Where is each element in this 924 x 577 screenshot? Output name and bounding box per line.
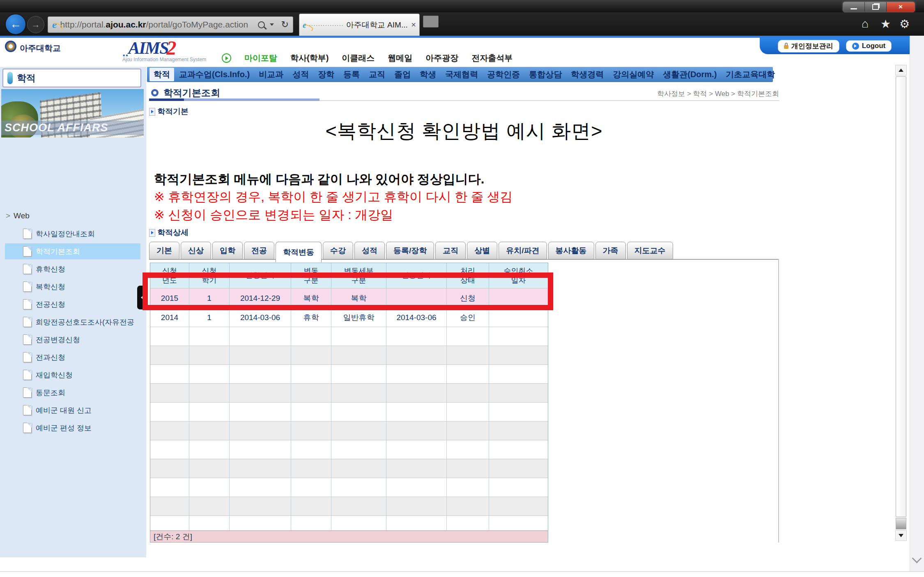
tab-dispatch[interactable]: 유치/파견: [499, 242, 547, 259]
search-icon[interactable]: [258, 21, 265, 28]
sidebar-item-return-application[interactable]: 복학신청: [0, 278, 146, 295]
window-bottom-edge: [0, 571, 924, 577]
privacy-settings-button[interactable]: 개인정보관리: [778, 40, 839, 53]
scrollbar-up-button[interactable]: [895, 65, 907, 76]
nav-item-myportal[interactable]: 마이포탈: [244, 53, 277, 64]
tab-family[interactable]: 가족: [595, 242, 626, 259]
instruction-note: 학적기본조회 메뉴에 다음과 같이 나와 있어야 정상입니다.: [154, 171, 484, 188]
nav-item-webmail[interactable]: 웹메일: [388, 53, 412, 64]
tab-major[interactable]: 전공: [244, 242, 274, 259]
favorites-star-icon[interactable]: ★: [880, 17, 891, 31]
back-button[interactable]: ←: [6, 14, 25, 34]
menu-international[interactable]: 국제협력: [441, 68, 482, 81]
chevron-down-icon[interactable]: [270, 23, 274, 26]
browser-tab[interactable]: e ··············· 아주대학교 AIM... ×: [299, 14, 420, 36]
table-row: [150, 516, 548, 531]
tab-record-change[interactable]: 학적변동: [276, 242, 322, 262]
nav-item-attendance[interactable]: 전자출석부: [471, 53, 513, 64]
document-icon: [23, 264, 32, 274]
sidebar-item-reserve-info[interactable]: 예비군 편성 정보: [0, 419, 146, 437]
menu-teaching[interactable]: 교직: [365, 68, 389, 81]
arrow-up-icon: [899, 69, 903, 72]
menu-counseling[interactable]: 통합상담: [525, 68, 566, 81]
menu-room-reservation[interactable]: 강의실예약: [609, 68, 658, 81]
minimize-button[interactable]: [843, 2, 865, 12]
sidebar-item-reserve-report[interactable]: 예비군 대원 신고: [0, 401, 146, 419]
table-row: [150, 365, 548, 384]
browser-window: × ← → e http://portal.ajou.ac.kr/portal/…: [0, 0, 924, 577]
sidebar-item-alumni[interactable]: 동문조회: [0, 384, 146, 401]
tab-teaching[interactable]: 교직: [435, 242, 466, 259]
sidebar-item-transfer[interactable]: 전과신청: [0, 348, 146, 366]
sidebar-group-web[interactable]: > Web: [6, 211, 30, 220]
tab-close-icon[interactable]: ×: [411, 20, 416, 30]
menu-dorm[interactable]: 생활관(Dorm.): [659, 68, 721, 81]
table-row: [150, 403, 548, 421]
table-row: [150, 421, 548, 440]
university-name: 아주대학교: [20, 43, 61, 54]
url-text[interactable]: http://portal.ajou.ac.kr/portal/goToMyPa…: [60, 20, 255, 30]
menu-engineering-cert[interactable]: 공학인증: [483, 68, 524, 81]
menu-career[interactable]: 학생경력: [567, 68, 608, 81]
home-icon[interactable]: ⌂: [862, 17, 869, 30]
menu-grades[interactable]: 성적: [288, 68, 313, 81]
new-tab-button[interactable]: [423, 16, 439, 27]
settings-gear-icon[interactable]: ⚙: [899, 17, 910, 31]
section-arrow-icon: [149, 108, 155, 116]
menu-registration[interactable]: 등록: [339, 68, 364, 81]
restore-icon: [872, 4, 879, 10]
capsule-icon: [7, 72, 13, 84]
sidebar-item-major-application[interactable]: 전공신청: [0, 295, 146, 313]
section-arrow-icon: [149, 229, 155, 237]
document-icon: [23, 423, 32, 433]
menu-graduation[interactable]: 졸업: [390, 68, 415, 81]
tab-volunteer[interactable]: 봉사활동: [548, 242, 594, 259]
restore-button[interactable]: [865, 2, 887, 12]
document-icon: [23, 387, 32, 398]
ajou-emblem-logo: [5, 41, 16, 52]
menu-basic-education[interactable]: 기초교육대학: [722, 68, 779, 81]
table-row-2014-leave[interactable]: 2014 1 2014-03-06 휴학 일반휴학 2014-03-06 승인: [150, 308, 548, 327]
menu-bigyogwa[interactable]: 비교과: [255, 68, 287, 81]
page-title: 학적기본조회: [163, 87, 220, 99]
address-bar[interactable]: e http://portal.ajou.ac.kr/portal/goToMy…: [48, 16, 293, 33]
sidebar-item-major-preference[interactable]: 희망전공선호도조사(자유전공: [0, 313, 146, 331]
tab-basic[interactable]: 기본: [149, 242, 179, 259]
logout-icon: [852, 43, 859, 50]
tab-grades[interactable]: 성적: [354, 242, 385, 259]
example-screen-heading: <복학신청 확인방법 예시 화면>: [149, 118, 779, 144]
refresh-icon[interactable]: ↻: [281, 19, 289, 30]
scrollbar-thumb[interactable]: [896, 76, 906, 517]
tab-advisor[interactable]: 지도교수: [627, 242, 673, 259]
panel-right-border: [778, 259, 779, 543]
menu-scholarship[interactable]: 장학: [314, 68, 338, 81]
menu-hakjeok[interactable]: 학적: [149, 68, 174, 81]
menu-courses[interactable]: 교과수업(Cls.Info.): [175, 68, 254, 81]
page-title-bullet-icon: [151, 89, 159, 96]
sidebar-item-calendar[interactable]: 학사일정안내조회: [0, 225, 146, 243]
close-button[interactable]: ×: [887, 2, 915, 12]
main-menubar: 학적 교과수업(Cls.Info.) 비교과 성적 장학 등록 교직 졸업 학생…: [147, 67, 773, 82]
scrollbar-down-button[interactable]: [895, 530, 907, 541]
forward-button[interactable]: →: [27, 16, 44, 33]
header-account-band: 개인정보관리 Logout: [760, 38, 910, 54]
sidebar-item-readmission[interactable]: 재입학신청: [0, 366, 146, 384]
menu-student[interactable]: 학생: [416, 68, 440, 81]
sidebar-item-record-inquiry[interactable]: 학적기본조회: [0, 243, 146, 260]
logout-button[interactable]: Logout: [846, 40, 892, 52]
tab-enrollment[interactable]: 수강: [323, 242, 353, 259]
sidebar-item-leave-application[interactable]: 휴학신청: [0, 260, 146, 278]
nav-item-plaza[interactable]: 아주광장: [425, 53, 458, 64]
document-icon: [23, 299, 32, 309]
sidebar-item-major-change[interactable]: 전공변경신청: [0, 331, 146, 348]
tab-rewards[interactable]: 상별: [467, 242, 497, 259]
tab-registration-scholarship[interactable]: 등록/장학: [386, 242, 434, 259]
nav-item-haksa[interactable]: 학사(학부): [290, 53, 329, 64]
image-caption: SCHOOL AFFIARS: [1, 121, 144, 135]
school-affairs-image: SCHOOL AFFIARS: [1, 89, 144, 137]
minimize-icon: [850, 8, 857, 9]
nav-item-eclass[interactable]: 이클래스: [342, 53, 375, 64]
tab-personal[interactable]: 신상: [181, 242, 211, 259]
document-icon: [23, 370, 32, 380]
tab-admission[interactable]: 입학: [212, 242, 243, 259]
